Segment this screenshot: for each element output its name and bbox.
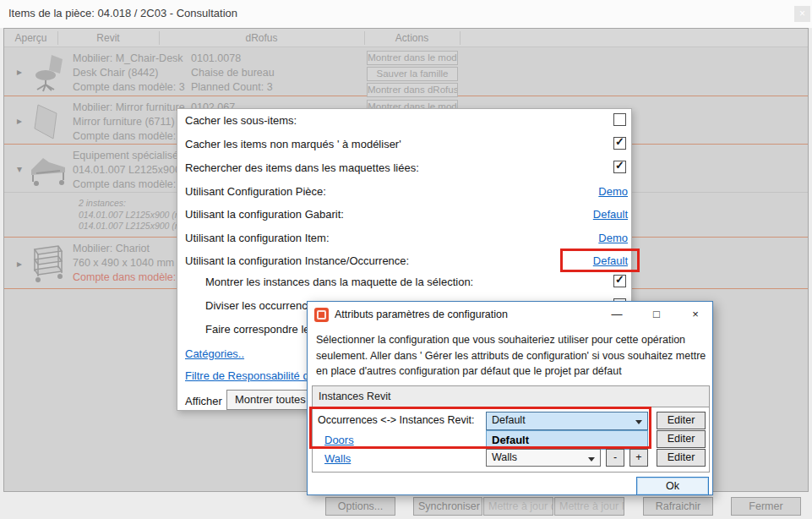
revit-line: Compte dans modèle: 3 bbox=[73, 80, 185, 95]
collapse-arrow-icon[interactable]: ▾ bbox=[17, 163, 22, 175]
cart-icon bbox=[26, 243, 68, 285]
setting-row: Cacher les sous-items: bbox=[177, 114, 631, 131]
save-family-button[interactable]: Sauver la famille bbox=[367, 67, 458, 81]
revit-line: Mobilier: M_Chair-Desk bbox=[73, 52, 185, 66]
edit-walls-button[interactable]: Editer bbox=[657, 449, 706, 467]
dropdown-value: Walls bbox=[492, 451, 517, 463]
setting-label: Utilisant la configuration Gabarit: bbox=[185, 208, 344, 221]
expand-arrow-icon[interactable]: ▸ bbox=[17, 258, 22, 270]
walls-dropdown[interactable]: Walls bbox=[486, 449, 601, 467]
minimize-icon[interactable]: — bbox=[608, 306, 625, 323]
setting-row: Utilisant la configuration Gabarit: Defa… bbox=[177, 208, 631, 225]
synchronize-button[interactable]: Synchroniser les bbox=[413, 497, 482, 516]
check-icon: ✓ bbox=[615, 273, 624, 286]
chevron-down-icon bbox=[588, 457, 595, 462]
hide-unmarked-checkbox[interactable]: ✓ bbox=[613, 137, 626, 150]
setting-row: Rechercher des items dans les maquettes … bbox=[177, 161, 631, 178]
main-window-titlebar: Items de la pièce: 04.018 / 2C03 - Consu… bbox=[0, 0, 812, 28]
dialog-title: Attributs paramètres de configuration bbox=[335, 309, 508, 320]
main-window-title: Items de la pièce: 04.018 / 2C03 - Consu… bbox=[8, 7, 237, 19]
setting-row: Montrer les instances dans la maquette d… bbox=[177, 276, 631, 292]
update-revit-button: Mettre à jour Re bbox=[554, 497, 624, 516]
setting-row: Cacher les items non marqués ' à modélis… bbox=[177, 138, 631, 155]
drofus-line: Chaise de bureau bbox=[191, 66, 275, 80]
office-chair-icon bbox=[26, 52, 68, 93]
highlight-default-link bbox=[560, 249, 640, 272]
room-config-link[interactable]: Demo bbox=[598, 185, 628, 198]
template-config-link[interactable]: Default bbox=[593, 208, 628, 221]
setting-label: Diviser les occurrences bbox=[205, 299, 319, 312]
revit-line: 760 x 490 x 1040 mm (8 bbox=[73, 256, 187, 270]
column-header-drofus: dRofus bbox=[159, 32, 364, 44]
dialog-description: Sélectionner la configuration que vous s… bbox=[316, 332, 708, 380]
column-divider bbox=[159, 31, 160, 45]
mirror-icon bbox=[26, 101, 68, 140]
walls-link[interactable]: Walls bbox=[324, 452, 351, 465]
afficher-label: Afficher bbox=[185, 395, 222, 407]
maximize-icon[interactable]: □ bbox=[648, 306, 665, 323]
edit-doors-button[interactable]: Editer bbox=[657, 430, 706, 448]
show-in-model-button[interactable]: Montrer dans le mod bbox=[367, 51, 458, 65]
check-icon: ✓ bbox=[615, 159, 624, 172]
revit-line: Mobilier: Chariot bbox=[73, 242, 187, 256]
group-title: Instances Revit bbox=[319, 391, 390, 402]
instances-revit-group-header: Instances Revit bbox=[312, 385, 710, 407]
config-attributes-dialog: Attributs paramètres de configuration — … bbox=[307, 301, 713, 495]
revit-line-warning: Compte dans modèle: 2 bbox=[73, 270, 187, 285]
column-divider bbox=[364, 31, 365, 45]
close-icon[interactable]: × bbox=[687, 306, 704, 323]
expand-arrow-icon[interactable]: ▸ bbox=[17, 115, 22, 127]
setting-label: Utilisant la configuration Instance/Occu… bbox=[185, 254, 409, 267]
remove-row-button[interactable]: - bbox=[606, 449, 624, 467]
hide-subitems-checkbox[interactable] bbox=[613, 113, 626, 126]
table-row: ▸ Mobilier: M_Chair-Desk Desk Chair (844… bbox=[4, 47, 808, 96]
ok-button[interactable]: Ok bbox=[636, 477, 709, 495]
setting-label: Rechercher des items dans les maquettes … bbox=[185, 161, 419, 174]
drofus-logo-icon bbox=[314, 308, 329, 322]
options-button[interactable]: Options... bbox=[325, 497, 395, 516]
column-divider bbox=[57, 31, 58, 45]
add-row-button[interactable]: + bbox=[629, 449, 648, 467]
column-divider bbox=[460, 31, 460, 45]
edit-occurrences-button[interactable]: Editer bbox=[657, 412, 706, 429]
setting-label: Montrer les instances dans la maquette d… bbox=[205, 276, 473, 288]
drofus-line: Planned Count: 3 bbox=[191, 80, 275, 95]
setting-label: Utilisant la configuration Item: bbox=[185, 232, 330, 244]
revit-line: Desk Chair (8442) bbox=[73, 66, 185, 80]
revit-line: Compte dans modèle: 2 bbox=[73, 178, 188, 192]
highlight-occurrences-row bbox=[309, 407, 651, 449]
categories-link[interactable]: Catégories.. bbox=[185, 347, 244, 360]
setting-label: Faire correspondre les i bbox=[205, 323, 321, 336]
setting-label: Utilisant Configuration Pièce: bbox=[185, 185, 326, 198]
close-window-button[interactable]: Fermer bbox=[731, 497, 801, 516]
setting-label: Cacher les items non marqués ' à modélis… bbox=[185, 138, 401, 150]
column-header-revit: Revit bbox=[57, 32, 159, 44]
setting-row: Utilisant la configuration Item: Demo bbox=[177, 232, 631, 249]
table-header-row: Aperçu Revit dRofus Actions bbox=[4, 29, 808, 47]
hospital-bed-icon bbox=[26, 150, 70, 188]
refresh-button[interactable]: Rafraichir bbox=[643, 497, 713, 516]
search-linked-models-checkbox[interactable]: ✓ bbox=[613, 161, 626, 173]
update-drofus-button: Mettre à jour dR bbox=[483, 497, 553, 516]
revit-line: Mirror furniture (6711) bbox=[73, 115, 185, 129]
close-icon: × bbox=[799, 8, 805, 19]
revit-line: Equipement spécialisé: I bbox=[73, 149, 188, 163]
show-in-drofus-button[interactable]: Montrer dans dRofus bbox=[367, 83, 458, 97]
responsibility-filter-link[interactable]: Filtre de Responsabilité d'it bbox=[185, 369, 317, 382]
main-close-button[interactable]: × bbox=[794, 6, 810, 22]
item-config-link[interactable]: Demo bbox=[598, 232, 628, 244]
setting-row: Utilisant Configuration Pièce: Demo bbox=[177, 185, 631, 202]
revit-line: Mobilier: Mirror furniture bbox=[73, 101, 185, 115]
check-icon: ✓ bbox=[615, 135, 624, 148]
column-header-actions: Actions bbox=[364, 32, 460, 44]
setting-label: Cacher les sous-items: bbox=[185, 114, 297, 127]
expand-arrow-icon[interactable]: ▸ bbox=[17, 66, 22, 78]
column-header-apercu: Aperçu bbox=[4, 32, 57, 44]
show-all-items-button[interactable]: Montrer toutes l bbox=[226, 390, 310, 410]
revit-line: Compte dans modèle: 3 bbox=[73, 129, 185, 144]
show-instances-checkbox[interactable]: ✓ bbox=[613, 275, 626, 287]
drofus-line: 0101.0078 bbox=[191, 52, 275, 66]
revit-line: 014.01.007 L2125x900 ( bbox=[73, 163, 188, 178]
